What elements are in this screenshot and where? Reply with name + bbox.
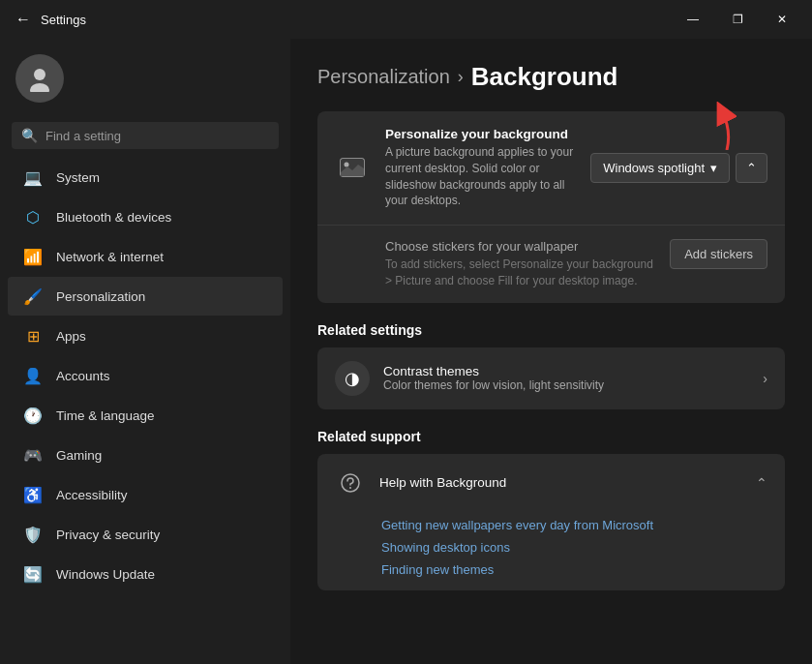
support-links: Getting new wallpapers every day from Mi… bbox=[317, 512, 785, 590]
red-arrow-annotation bbox=[678, 102, 737, 150]
support-chevron-icon: ⌃ bbox=[756, 475, 767, 491]
contrast-arrow-icon: › bbox=[763, 371, 767, 386]
related-support-heading: Related support bbox=[317, 429, 785, 444]
nav-icon-update: 🔄 bbox=[23, 564, 43, 584]
sidebar-item-personalization[interactable]: 🖌️ Personalization bbox=[8, 277, 283, 316]
stickers-title: Choose stickers for your wallpaper bbox=[385, 239, 654, 254]
bg-card-icon bbox=[335, 151, 370, 186]
nav-icon-privacy: 🛡️ bbox=[23, 525, 43, 544]
nav-icon-personalization: 🖌️ bbox=[23, 287, 43, 306]
nav-icon-system: 💻 bbox=[23, 167, 43, 187]
bg-card-text: Personalize your background A picture ba… bbox=[385, 127, 575, 209]
sidebar-item-system[interactable]: 💻 System bbox=[8, 158, 283, 196]
nav-label-bluetooth: Bluetooth & devices bbox=[56, 210, 171, 225]
nav-container: 💻 System ⬡ Bluetooth & devices 📶 Network… bbox=[0, 157, 290, 594]
back-button[interactable]: ← bbox=[15, 11, 31, 28]
window-controls: — ❐ ✕ bbox=[671, 4, 804, 35]
contrast-title: Contrast themes bbox=[383, 364, 749, 378]
sidebar-item-network[interactable]: 📶 Network & internet bbox=[8, 237, 283, 276]
title-bar-left: ← Settings bbox=[15, 11, 86, 28]
nav-icon-apps: ⊞ bbox=[23, 326, 43, 346]
spotlight-dropdown[interactable]: Windows spotlight ▾ bbox=[590, 153, 730, 183]
add-stickers-button[interactable]: Add stickers bbox=[670, 239, 767, 269]
bg-card-action: Windows spotlight ▾ ⌃ bbox=[590, 153, 767, 183]
help-background-card: Help with Background ⌃ Getting new wallp… bbox=[317, 454, 785, 590]
title-bar: ← Settings — ❐ ✕ bbox=[0, 0, 812, 39]
stickers-row: Choose stickers for your wallpaper To ad… bbox=[317, 225, 785, 303]
support-link-2[interactable]: Showing desktop icons bbox=[381, 540, 767, 555]
search-box[interactable]: 🔍 bbox=[12, 122, 279, 149]
contrast-desc: Color themes for low vision, light sensi… bbox=[383, 378, 749, 392]
minimize-button[interactable]: — bbox=[671, 4, 715, 35]
sidebar-item-time[interactable]: 🕐 Time & language bbox=[8, 396, 283, 435]
svg-point-1 bbox=[30, 83, 49, 92]
help-background-title: Help with Background bbox=[379, 475, 742, 490]
nav-icon-accessibility: ♿ bbox=[23, 485, 43, 504]
stickers-desc: To add stickers, select Personalize your… bbox=[385, 257, 654, 289]
sidebar-item-gaming[interactable]: 🎮 Gaming bbox=[8, 436, 283, 474]
breadcrumb-parent: Personalization bbox=[317, 66, 450, 88]
nav-icon-accounts: 👤 bbox=[23, 366, 43, 385]
search-input[interactable] bbox=[45, 129, 269, 143]
stickers-text: Choose stickers for your wallpaper To ad… bbox=[385, 239, 654, 289]
nav-label-apps: Apps bbox=[56, 329, 86, 344]
maximize-button[interactable]: ❐ bbox=[715, 4, 760, 35]
related-settings-heading: Related settings bbox=[317, 322, 785, 338]
page-title: Background bbox=[471, 62, 618, 92]
close-button[interactable]: ✕ bbox=[760, 4, 804, 35]
sidebar-item-apps[interactable]: ⊞ Apps bbox=[8, 317, 283, 355]
contrast-card-text: Contrast themes Color themes for low vis… bbox=[383, 364, 749, 392]
sidebar-item-accounts[interactable]: 👤 Accounts bbox=[8, 356, 283, 395]
sidebar: 🔍 💻 System ⬡ Bluetooth & devices 📶 Netwo… bbox=[0, 39, 290, 664]
nav-label-privacy: Privacy & security bbox=[56, 528, 160, 542]
help-icon bbox=[335, 468, 366, 498]
spotlight-label: Windows spotlight bbox=[603, 161, 705, 175]
sidebar-item-accessibility[interactable]: ♿ Accessibility bbox=[8, 475, 283, 514]
dropdown-chevron-icon: ▾ bbox=[710, 161, 717, 175]
background-card: Personalize your background A picture ba… bbox=[317, 111, 785, 303]
nav-label-accounts: Accounts bbox=[56, 369, 110, 383]
nav-label-system: System bbox=[56, 170, 100, 185]
nav-icon-bluetooth: ⬡ bbox=[23, 207, 43, 226]
help-background-header[interactable]: Help with Background ⌃ bbox=[317, 454, 785, 512]
sidebar-item-update[interactable]: 🔄 Windows Update bbox=[8, 555, 283, 593]
svg-point-4 bbox=[345, 162, 349, 166]
contrast-themes-card[interactable]: ◑ Contrast themes Color themes for low v… bbox=[317, 347, 785, 409]
sidebar-item-bluetooth[interactable]: ⬡ Bluetooth & devices bbox=[8, 197, 283, 236]
sidebar-item-privacy[interactable]: 🛡️ Privacy & security bbox=[8, 515, 283, 554]
support-link-1[interactable]: Getting new wallpapers every day from Mi… bbox=[381, 518, 767, 532]
nav-label-personalization: Personalization bbox=[56, 289, 145, 304]
nav-label-accessibility: Accessibility bbox=[56, 488, 128, 502]
nav-label-time: Time & language bbox=[56, 408, 155, 423]
content-area: Personalization › Background Personalize… bbox=[290, 39, 812, 664]
bg-card-row: Personalize your background A picture ba… bbox=[317, 111, 785, 225]
svg-point-0 bbox=[34, 69, 45, 80]
nav-label-gaming: Gaming bbox=[56, 448, 102, 463]
avatar[interactable] bbox=[15, 54, 64, 103]
bg-card-title: Personalize your background bbox=[385, 127, 575, 141]
app-title: Settings bbox=[41, 13, 86, 27]
support-link-3[interactable]: Finding new themes bbox=[381, 562, 767, 577]
svg-point-6 bbox=[342, 474, 359, 492]
nav-icon-time: 🕐 bbox=[23, 406, 43, 425]
main-layout: 🔍 💻 System ⬡ Bluetooth & devices 📶 Netwo… bbox=[0, 39, 812, 664]
nav-label-update: Windows Update bbox=[56, 567, 155, 582]
search-icon: 🔍 bbox=[21, 128, 38, 143]
collapse-icon: ⌃ bbox=[746, 161, 757, 175]
collapse-button[interactable]: ⌃ bbox=[736, 153, 767, 183]
avatar-section bbox=[0, 46, 290, 118]
breadcrumb-separator: › bbox=[458, 67, 464, 87]
nav-icon-network: 📶 bbox=[23, 247, 43, 266]
contrast-icon: ◑ bbox=[335, 361, 370, 396]
svg-point-7 bbox=[349, 487, 351, 489]
breadcrumb: Personalization › Background bbox=[317, 62, 785, 92]
nav-label-network: Network & internet bbox=[56, 250, 164, 264]
bg-card-desc: A picture background applies to your cur… bbox=[385, 144, 575, 209]
nav-icon-gaming: 🎮 bbox=[23, 445, 43, 465]
